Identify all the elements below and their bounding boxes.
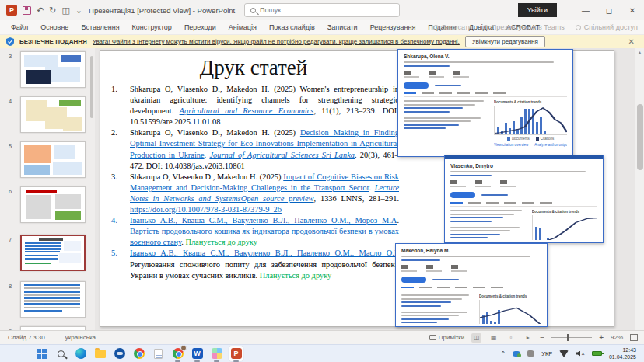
slide-thumbnail[interactable]	[20, 281, 86, 318]
reading-view-button[interactable]: ▫	[506, 333, 516, 343]
profile-action-button[interactable]	[404, 82, 429, 89]
language-switcher[interactable]: УКР	[541, 350, 552, 357]
profile-action-button[interactable]	[450, 192, 475, 198]
reference-hyperlink[interactable]: https://doi.org/10.1007/978-3-031-87379-…	[130, 205, 282, 214]
profile-tabs[interactable]	[404, 92, 567, 97]
photos-app-button[interactable]	[209, 346, 224, 361]
tray-overflow-chevron-icon[interactable]: ⌃	[500, 350, 506, 357]
reference-hyperlink[interactable]: Journal of Agricultural Sciences Sri Lan…	[209, 151, 355, 159]
protected-view-message-link[interactable]: Увага! Файли з Інтернету можуть містити …	[93, 38, 460, 45]
taskbar-search-button[interactable]	[54, 346, 68, 361]
undo-icon[interactable]: ↶	[37, 6, 44, 15]
secondary-action-link[interactable]	[481, 194, 508, 196]
enable-editing-button[interactable]: Увімкнути редагування	[465, 36, 545, 47]
reference-hyperlink[interactable]: Іванько А.В., Кваша С.М., Вакуленко В.Л.…	[130, 249, 399, 257]
notepad-button[interactable]	[151, 346, 166, 361]
dismiss-warning-icon[interactable]: ✕	[625, 37, 638, 46]
word-button[interactable]: W	[190, 346, 205, 361]
thumbnail-content-block	[24, 303, 80, 305]
fit-to-window-icon[interactable]	[630, 334, 638, 341]
language-indicator[interactable]: українська	[65, 334, 96, 341]
slide-number: 7	[0, 235, 20, 271]
search-box[interactable]	[244, 3, 400, 17]
blue-circle-app-button[interactable]	[112, 346, 127, 361]
clock[interactable]: 12:43 01.04.2025	[609, 346, 636, 360]
slide-thumbnail[interactable]	[20, 51, 86, 88]
slide-number: 6	[0, 186, 20, 223]
search-input[interactable]	[260, 6, 394, 14]
sign-in-button[interactable]: Увійти	[518, 3, 557, 17]
slide-thumbnail[interactable]	[20, 96, 86, 133]
reference-hyperlink[interactable]: Іванько А.В., Кваша С.М., Вакуленко В.Л.…	[130, 216, 397, 225]
photos-app-icon	[212, 348, 222, 359]
ribbon-tab[interactable]: Основне	[34, 21, 75, 33]
analyze-author-output-link[interactable]: Analyze author output	[534, 143, 567, 147]
ribbon-right-action[interactable]: Записати	[433, 23, 472, 31]
zoom-level[interactable]: 92%	[611, 334, 623, 341]
battery-icon[interactable]	[592, 351, 602, 356]
documents-citations-chart: Documents & citation trends Documents Ci…	[532, 210, 597, 240]
save-icon[interactable]	[23, 6, 31, 15]
view-citation-overview-link[interactable]: View citation overview	[494, 143, 528, 147]
chrome-profile-button[interactable]	[170, 346, 185, 361]
powerpoint-button[interactable]: P	[229, 346, 243, 361]
onedrive-icon[interactable]	[513, 351, 520, 357]
minimize-button[interactable]: —	[574, 0, 597, 20]
slide-thumbnail-selected[interactable]	[20, 235, 86, 271]
restore-button[interactable]: ◻	[597, 0, 621, 20]
ribbon-tab[interactable]: Записати	[321, 21, 364, 33]
chrome-button[interactable]	[131, 346, 146, 361]
scroll-up-arrow-icon[interactable]: ▲	[635, 48, 644, 55]
zoom-in-button[interactable]: +	[599, 333, 604, 342]
slide-indicator[interactable]: Слайд 7 з 30	[8, 334, 45, 341]
slideshow-view-button[interactable]: ▸	[523, 333, 533, 343]
wifi-icon[interactable]	[559, 350, 569, 357]
zoom-slider-thumb[interactable]	[567, 334, 569, 341]
ribbon-right-action[interactable]: Презентувати в Teams	[483, 23, 565, 31]
customize-qat-chevron-icon[interactable]: ⌄	[75, 6, 82, 15]
close-button[interactable]: ✕	[621, 0, 644, 20]
reference-hyperlink[interactable]: Вартість продовольчого кошика як індикат…	[130, 227, 399, 246]
ribbon-tab[interactable]: Файл	[5, 21, 34, 33]
secondary-action-link[interactable]	[435, 85, 461, 86]
profile-link-placeholder[interactable]	[401, 259, 440, 261]
secondary-action-link[interactable]	[432, 279, 459, 280]
normal-view-button[interactable]: ◫	[471, 333, 481, 343]
profile-tabs[interactable]	[450, 202, 597, 207]
start-button[interactable]	[34, 346, 49, 361]
notes-toggle[interactable]: Примітки	[429, 334, 465, 341]
ribbon-tab[interactable]: Переходи	[178, 21, 222, 33]
edge-button[interactable]	[73, 346, 88, 361]
profile-link-placeholder[interactable]	[404, 65, 450, 67]
powerpoint-logo-icon[interactable]: P	[6, 5, 17, 16]
reference-hyperlink[interactable]: Agricultural and Resource Economics	[180, 106, 314, 115]
powerpoint-icon: P	[231, 348, 242, 359]
zoom-slider[interactable]	[551, 337, 592, 339]
thumbnail-content-block	[24, 165, 50, 176]
profile-link-placeholder[interactable]	[450, 175, 492, 176]
ribbon-tab[interactable]: Вставлення	[75, 21, 125, 33]
volume-muted-icon[interactable]: ×	[576, 350, 585, 357]
thumbnail-content-block	[25, 248, 61, 249]
profile-tabs[interactable]	[401, 287, 541, 291]
ribbon-right-action[interactable]: Спільний доступ	[576, 23, 638, 31]
chart-title: Documents & citation trends	[532, 210, 597, 214]
tray-app-icon[interactable]	[527, 350, 534, 357]
ribbon-tab[interactable]: Конструктор	[126, 21, 178, 33]
file-explorer-button[interactable]	[93, 346, 107, 361]
profile-action-button[interactable]	[401, 277, 426, 283]
slide-thumbnail[interactable]	[20, 186, 86, 223]
slide-sorter-view-button[interactable]: ▦	[488, 333, 499, 343]
ribbon-tab[interactable]: Показ слайдів	[263, 21, 321, 33]
ribbon-tab[interactable]: Рецензування	[364, 21, 422, 33]
slide-thumbnail[interactable]	[20, 141, 86, 178]
thumbnail-content-block	[53, 162, 82, 175]
scrollbar-thumb[interactable]	[637, 104, 643, 170]
ribbon-tab[interactable]: Анімація	[222, 21, 263, 33]
zoom-out-button[interactable]: −	[540, 333, 544, 342]
thumbnail-panel-scrollbar[interactable]	[90, 56, 93, 118]
start-slideshow-icon[interactable]: ◫	[61, 6, 69, 15]
vertical-scrollbar[interactable]: ▲	[635, 48, 644, 330]
ribbon-tab-row: ФайлОсновнеВставленняКонструкторПереходи…	[0, 20, 644, 35]
redo-icon[interactable]: ↻	[49, 6, 56, 15]
